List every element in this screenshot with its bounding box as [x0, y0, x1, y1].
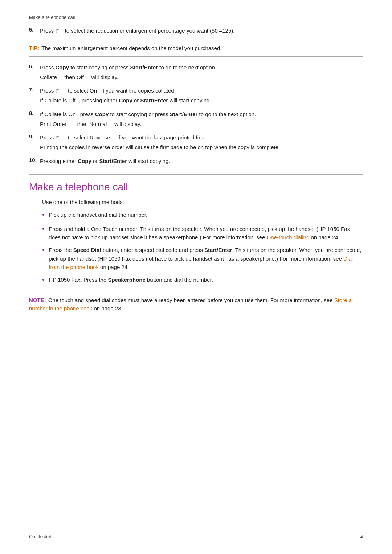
step-6-number: 6.	[29, 63, 40, 69]
steps-6-10: 6. Press Copy to start copying or press …	[29, 63, 363, 165]
section-heading: Make a telephone call	[29, 174, 363, 193]
step-8-sub: Print Order then Normal will display.	[40, 120, 363, 128]
step-8-text: If Collate is On , press Copy to start c…	[40, 111, 256, 117]
note-box: NOTE:One touch and speed dial codes must…	[29, 292, 363, 317]
bullet-text-3: Press the Speed Dial button, enter a spe…	[49, 246, 363, 271]
bullet-dot-2: •	[42, 224, 44, 235]
step-7: 7. Press !" to select On if you want the…	[29, 86, 363, 105]
step-6: 6. Press Copy to start copying or press …	[29, 63, 363, 82]
step-8-number: 8.	[29, 110, 40, 116]
step-9-number: 9.	[29, 133, 40, 139]
step-6-sub: Collate then Off will display.	[40, 73, 363, 81]
step-5-text: Press !" to select the reduction or enla…	[40, 28, 234, 34]
bullet-text-2: Press and hold a One Touch number. This …	[49, 225, 363, 242]
bullet-item-1: • Pick up the handset and dial the numbe…	[42, 211, 363, 220]
dial-from-phone-book-link[interactable]: Dial from the phone book	[49, 256, 353, 270]
step-5: 5. Press !" to select the reduction or e…	[29, 27, 363, 35]
step-8-content: If Collate is On , press Copy to start c…	[40, 110, 363, 129]
step-9-content: Press !" to select Reverse if you want t…	[40, 133, 363, 152]
bullet-text-1: Pick up the handset and dial the number.	[49, 211, 363, 219]
step-9-sub: Printing the copies in reverse order wil…	[40, 143, 363, 151]
step-10-text: Pressing either Copy or Start/Enter will…	[40, 158, 170, 164]
step-7-content: Press !" to select On if you want the co…	[40, 86, 363, 105]
bullet-text-4: HP 1050 Fax: Press the Speakerphone butt…	[49, 276, 363, 284]
step-7-number: 7.	[29, 86, 40, 93]
tip-text: The maximum enlargement percent depends …	[41, 45, 221, 51]
step-6-content: Press Copy to start copying or press Sta…	[40, 63, 363, 82]
step-9: 9. Press !" to select Reverse if you wan…	[29, 133, 363, 152]
tip-box: TIP:The maximum enlargement percent depe…	[29, 40, 363, 56]
footer: Quick start 4	[29, 534, 363, 539]
note-label: NOTE:	[29, 297, 46, 303]
step-6-text: Press Copy to start copying or press Sta…	[40, 64, 216, 70]
bullet-item-4: • HP 1050 Fax: Press the Speakerphone bu…	[42, 276, 363, 285]
bullet-list: • Pick up the handset and dial the numbe…	[42, 211, 363, 285]
note-text: One touch and speed dial codes must have…	[29, 297, 352, 311]
bullet-item-3: • Press the Speed Dial button, enter a s…	[42, 246, 363, 271]
bullet-item-2: • Press and hold a One Touch number. Thi…	[42, 225, 363, 242]
step-9-text: Press !" to select Reverse if you want t…	[40, 134, 206, 140]
step-8: 8. If Collate is On , press Copy to star…	[29, 110, 363, 129]
step-7-text: Press !" to select On if you want the co…	[40, 87, 176, 94]
step-5-content: Press !" to select the reduction or enla…	[40, 27, 363, 35]
step-10-number: 10.	[29, 157, 40, 163]
header-label: Make a telephone call	[29, 15, 363, 20]
footer-right: 4	[360, 534, 363, 539]
store-number-link[interactable]: Store a number in the phone book	[29, 297, 352, 311]
step-5-number: 5.	[29, 27, 40, 33]
step-10: 10. Pressing either Copy or Start/Enter …	[29, 157, 363, 165]
step-10-content: Pressing either Copy or Start/Enter will…	[40, 157, 363, 165]
tip-label: TIP:	[29, 45, 39, 51]
one-touch-dialing-link[interactable]: One-touch dialing	[267, 234, 310, 240]
footer-left: Quick start	[29, 534, 52, 539]
bullet-dot-4: •	[42, 275, 44, 285]
bullet-dot-3: •	[42, 245, 44, 256]
step-list: 5. Press !" to select the reduction or e…	[29, 27, 363, 35]
bullet-dot-1: •	[42, 210, 44, 220]
section-intro: Use one of the following methods:	[42, 198, 363, 206]
step-7-sub: If Collate is Off , pressing either Copy…	[40, 96, 363, 105]
